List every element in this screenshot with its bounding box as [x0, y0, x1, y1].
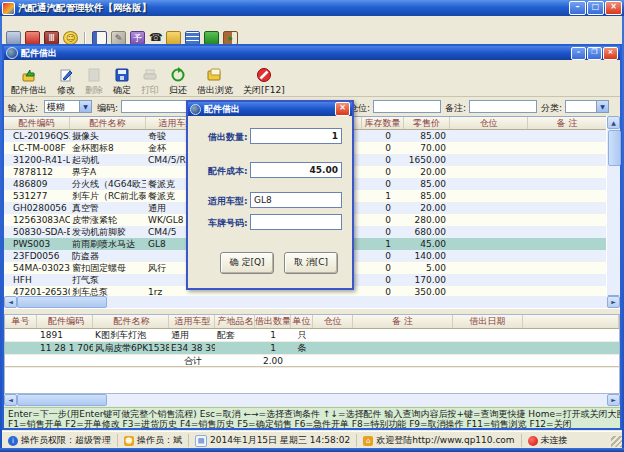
- code-label: 编码:: [97, 102, 118, 115]
- cell-price: 170.00: [404, 274, 450, 286]
- close-f12-button[interactable]: 关闭[F12]: [238, 62, 290, 99]
- note-label: 备注:: [445, 102, 466, 115]
- cell-price: 85.00: [404, 178, 450, 190]
- notebook-icon[interactable]: [92, 31, 107, 45]
- loan-toolbar: 配件借出 修改 删除 确定 打印 归还: [4, 60, 620, 97]
- window-titlebar: 配件借出 – ❐ ×: [4, 46, 620, 60]
- modify-button[interactable]: 修改: [52, 62, 80, 99]
- qty-row: 借出数量: 1: [188, 128, 356, 144]
- return-button[interactable]: 归还: [164, 62, 192, 99]
- scroll-left-icon[interactable]: ◄: [4, 394, 17, 406]
- cell-price: 5.00: [404, 262, 450, 274]
- cell-note: [353, 329, 453, 341]
- exit-icon[interactable]: ▸: [223, 31, 238, 45]
- loan-add-button[interactable]: 配件借出: [6, 62, 52, 99]
- scrollbar-thumb[interactable]: [608, 130, 621, 166]
- cell-price: 140.00: [404, 250, 450, 262]
- calendar-icon: ▤: [195, 435, 207, 447]
- cell-stock: 0: [362, 202, 404, 214]
- cell-name: 皮带涨紧轮: [70, 214, 146, 226]
- cell-stock: 0: [362, 214, 404, 226]
- loan-row[interactable]: 1891 K图刹车灯泡 通用 配套 1 只: [5, 329, 619, 342]
- horizontal-scrollbar[interactable]: ◄ ►: [4, 296, 620, 308]
- cell-model: E34 38 39 M3: [169, 342, 215, 354]
- confirm-button[interactable]: 确定: [108, 62, 136, 99]
- chevron-down-icon[interactable]: ▼: [79, 101, 91, 112]
- ime-label: 输入法:: [8, 102, 38, 115]
- cell-price: 20.00: [404, 202, 450, 214]
- delete-icon: [86, 67, 102, 83]
- scrollbar-thumb[interactable]: [17, 296, 107, 308]
- cell-qty: 1: [255, 342, 291, 354]
- maximize-button[interactable]: □: [587, 1, 604, 15]
- chevron-down-icon[interactable]: ▼: [596, 101, 608, 112]
- header-loc: 仓位: [313, 315, 353, 328]
- plate-label: 车牌号码:: [208, 217, 248, 230]
- dialog-close-icon[interactable]: ×: [335, 102, 350, 116]
- minimize-button[interactable]: –: [569, 1, 586, 15]
- browse-icon: [206, 67, 224, 83]
- cell-name: 防盗器: [70, 250, 146, 262]
- disconnected-icon: [528, 436, 538, 446]
- window-minimize-button[interactable]: –: [571, 47, 586, 60]
- cell-model: 通用: [169, 329, 215, 341]
- scroll-right-icon[interactable]: ►: [607, 296, 620, 308]
- scroll-up-icon[interactable]: ▲: [607, 116, 620, 129]
- card-icon[interactable]: [166, 31, 181, 45]
- header-qty: 借出数量: [255, 315, 291, 328]
- welcome-section: ⌂ 欢迎登陆http://www.qp110.com: [357, 434, 521, 447]
- bank-icon[interactable]: Ⅲ: [44, 31, 59, 45]
- vertical-scrollbar[interactable]: ▲ ▼: [606, 116, 620, 308]
- resize-grip[interactable]: [611, 436, 622, 447]
- sales-icon[interactable]: [25, 31, 40, 45]
- edit-icon[interactable]: ✎: [111, 31, 126, 45]
- cell-loc: [450, 166, 528, 178]
- class-select[interactable]: ▼: [565, 100, 609, 113]
- phone-icon[interactable]: ☎: [149, 32, 162, 44]
- note-input[interactable]: [469, 100, 537, 113]
- cell-unit: 只: [291, 329, 313, 341]
- hint-bar: Enter=下一步(用Enter键可做完整个销售流程) Esc=取消 ←→=选择…: [4, 407, 620, 428]
- qty-input[interactable]: 1: [250, 128, 342, 144]
- cell-loc: [450, 130, 528, 142]
- close-button[interactable]: ×: [605, 1, 622, 15]
- connection-section: 未连接: [522, 434, 574, 447]
- cost-input[interactable]: 45.00: [250, 162, 342, 178]
- print-icon[interactable]: [6, 31, 21, 45]
- ime-select[interactable]: 模糊 ▼: [44, 100, 92, 113]
- cell-name: 分火线（4G64欧三）: [70, 178, 146, 190]
- cell-loc: [450, 262, 528, 274]
- code-input[interactable]: [121, 100, 189, 113]
- calculator-icon[interactable]: [185, 31, 200, 45]
- app-window: 汽配通汽配管理软件【网络版】 – □ × Ⅲ ☺ ✎ 予 ☎ ▸ 配件借出 – …: [0, 0, 624, 452]
- tools-icon[interactable]: 予: [130, 31, 145, 45]
- operator-text: 操作员：斌: [137, 434, 182, 447]
- permission-section: i 操作员权限：超级管理: [2, 434, 118, 447]
- cancel-button[interactable]: 取 消[C]: [284, 252, 338, 274]
- loc-input[interactable]: [373, 100, 441, 113]
- header-loc: 仓位: [450, 117, 528, 129]
- cell-price: 85.00: [404, 130, 450, 142]
- window-close-button[interactable]: ×: [603, 47, 618, 60]
- window-restore-button[interactable]: ❐: [587, 47, 602, 60]
- cost-row: 配件成本: 45.00: [188, 162, 356, 178]
- horizontal-scrollbar[interactable]: ◄ ►: [4, 394, 620, 406]
- scroll-right-icon[interactable]: ►: [607, 394, 620, 406]
- ok-button[interactable]: 确 定[Q]: [220, 252, 274, 274]
- smiley-icon[interactable]: ☺: [63, 31, 78, 45]
- loan-browse-button[interactable]: 借出浏览: [192, 62, 238, 99]
- scrollbar-thumb[interactable]: [17, 394, 107, 406]
- cell-stock: 0: [362, 250, 404, 262]
- cell-price: 85.00: [404, 190, 450, 202]
- scroll-left-icon[interactable]: ◄: [4, 296, 17, 308]
- dialog-icon: [190, 104, 201, 115]
- window-icon: [6, 47, 18, 59]
- safe-icon[interactable]: [204, 31, 219, 45]
- loan-row[interactable]: 11 28 1 706 545 风扇皮带6PK1538 E34 38 39 M3…: [5, 342, 619, 355]
- cell-name: 起动机: [70, 154, 146, 166]
- total-qty: 2.00: [255, 355, 291, 367]
- modify-icon: [58, 67, 74, 83]
- plate-input[interactable]: [250, 214, 342, 230]
- model-input[interactable]: GL8: [250, 192, 342, 208]
- dialog-titlebar[interactable]: 配件借出 ×: [188, 102, 352, 116]
